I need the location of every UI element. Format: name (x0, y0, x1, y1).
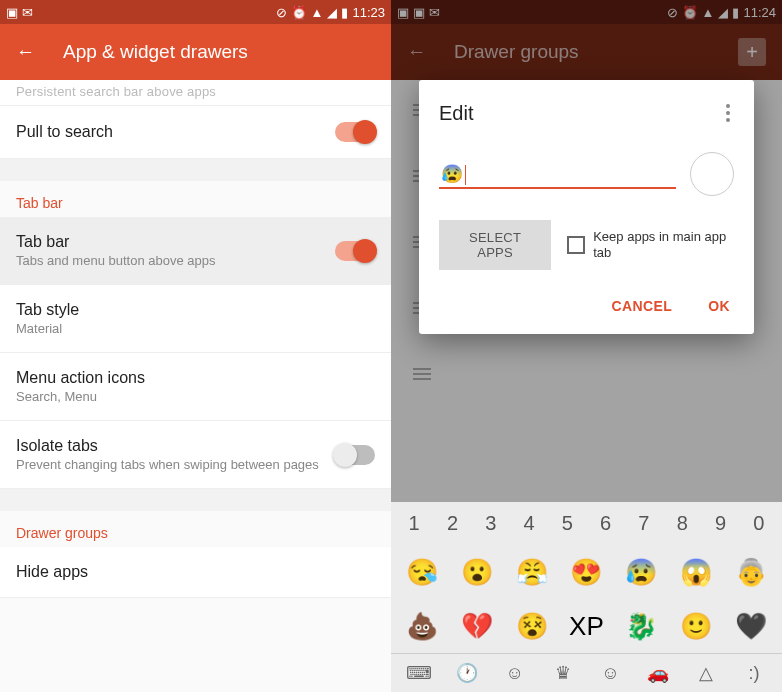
section-gap (0, 489, 391, 511)
keyboard-number-row: 1234567890 (391, 502, 782, 545)
alarm-icon: ⏰ (291, 5, 307, 20)
keyboard-key[interactable]: 😱 (677, 551, 715, 593)
section-gap (0, 159, 391, 181)
overflow-menu-icon[interactable] (722, 100, 734, 126)
keyboard-key[interactable]: 🕐 (448, 662, 486, 684)
keyboard-key[interactable]: 3 (485, 512, 496, 535)
keyboard-key[interactable]: 4 (523, 512, 534, 535)
section-header-drawer-groups: Drawer groups (0, 511, 391, 547)
keyboard-key[interactable]: 🖤 (732, 605, 770, 647)
keyboard-key[interactable]: 😪 (403, 551, 441, 593)
group-name-input[interactable]: 😰 (439, 159, 676, 189)
keyboard-key[interactable]: ☺ (591, 663, 629, 684)
keyboard-key[interactable]: 😤 (513, 551, 551, 593)
page-title: App & widget drawers (63, 41, 375, 63)
keyboard-key[interactable]: 🙂 (677, 605, 715, 647)
clock-text: 11:23 (352, 5, 385, 20)
cancel-button[interactable]: CANCEL (607, 290, 676, 322)
battery-icon: ▮ (341, 5, 348, 20)
keep-apps-checkbox[interactable]: Keep apps in main app tab (567, 229, 734, 260)
keyboard-key[interactable]: 😰 (622, 551, 660, 593)
setting-title: Tab bar (16, 233, 335, 251)
switch-isolate-tabs[interactable] (335, 445, 375, 465)
notification-icon: ✉ (22, 5, 33, 20)
section-header-tab-bar: Tab bar (0, 181, 391, 217)
keyboard-key[interactable]: 😵 (513, 605, 551, 647)
no-sign-icon: ⊘ (276, 5, 287, 20)
checkbox-label: Keep apps in main app tab (593, 229, 734, 260)
setting-title: Pull to search (16, 123, 335, 141)
status-bar: ▣ ✉ ⊘ ⏰ ▲ ◢ ▮ 11:23 (0, 0, 391, 24)
keyboard-key[interactable]: 🐉 (622, 605, 660, 647)
switch-pull-to-search[interactable] (335, 122, 375, 142)
back-icon[interactable]: ← (16, 41, 35, 63)
keyboard-key[interactable]: 🚗 (639, 662, 677, 684)
keyboard-bottom-bar: ⌨🕐☺♛☺🚗△:) (391, 653, 782, 692)
setting-row-cutoff[interactable]: Persistent search bar above apps (0, 80, 391, 106)
keyboard-key[interactable]: 7 (638, 512, 649, 535)
setting-title: Menu action icons (16, 369, 375, 387)
ok-button[interactable]: OK (704, 290, 734, 322)
setting-title: Isolate tabs (16, 437, 335, 455)
keyboard-key[interactable]: 8 (677, 512, 688, 535)
keyboard-key[interactable]: 💔 (458, 605, 496, 647)
keyboard-key[interactable]: 😮 (458, 551, 496, 593)
setting-subtitle: Tabs and menu button above apps (16, 253, 335, 268)
keyboard-key[interactable]: ☺ (496, 663, 534, 684)
setting-tab-style[interactable]: Tab style Material (0, 285, 391, 353)
keyboard-key[interactable]: ♛ (544, 662, 582, 684)
setting-isolate-tabs[interactable]: Isolate tabs Prevent changing tabs when … (0, 421, 391, 489)
keyboard-key[interactable]: 6 (600, 512, 611, 535)
dialog-title: Edit (439, 102, 473, 125)
input-emoji: 😰 (441, 164, 463, 184)
keyboard-key[interactable]: XP (567, 605, 605, 647)
setting-tab-bar[interactable]: Tab bar Tabs and menu button above apps (0, 217, 391, 285)
wifi-icon: ▲ (311, 5, 324, 20)
setting-subtitle: Search, Menu (16, 389, 375, 404)
setting-title: Tab style (16, 301, 375, 319)
keyboard-emoji-row: 💩💔😵XP🐉🙂🖤 (391, 599, 782, 653)
keyboard-key[interactable]: 9 (715, 512, 726, 535)
keyboard-key[interactable]: :) (735, 663, 773, 684)
emoji-keyboard: 1234567890 😪😮😤😍😰😱👵 💩💔😵XP🐉🙂🖤 ⌨🕐☺♛☺🚗△:) (391, 502, 782, 692)
icon-preview-circle[interactable] (690, 152, 734, 196)
keyboard-key[interactable]: 2 (447, 512, 458, 535)
keyboard-key[interactable]: 💩 (403, 605, 441, 647)
app-bar: ← App & widget drawers (0, 24, 391, 80)
switch-tab-bar[interactable] (335, 241, 375, 261)
keyboard-key[interactable]: ⌨ (400, 662, 438, 684)
keyboard-key[interactable]: 0 (753, 512, 764, 535)
setting-pull-to-search[interactable]: Pull to search (0, 106, 391, 159)
setting-title: Hide apps (16, 563, 375, 581)
edit-dialog: Edit 😰 SELECT APPS Keep apps in main app… (419, 80, 754, 334)
screen-settings: ▣ ✉ ⊘ ⏰ ▲ ◢ ▮ 11:23 ← App & widget drawe… (0, 0, 391, 692)
keyboard-emoji-row: 😪😮😤😍😰😱👵 (391, 545, 782, 599)
keyboard-key[interactable]: 😍 (567, 551, 605, 593)
setting-subtitle: Prevent changing tabs when swiping betwe… (16, 457, 335, 472)
keyboard-key[interactable]: △ (687, 662, 725, 684)
keyboard-key[interactable]: 👵 (732, 551, 770, 593)
keyboard-key[interactable]: 5 (562, 512, 573, 535)
setting-hide-apps[interactable]: Hide apps (0, 547, 391, 598)
signal-icon: ◢ (327, 5, 337, 20)
select-apps-button[interactable]: SELECT APPS (439, 220, 551, 270)
setting-subtitle: Material (16, 321, 375, 336)
notification-icon: ▣ (6, 5, 18, 20)
checkbox-icon (567, 236, 585, 254)
setting-menu-action-icons[interactable]: Menu action icons Search, Menu (0, 353, 391, 421)
keyboard-key[interactable]: 1 (409, 512, 420, 535)
screen-drawer-groups: ▣ ▣ ✉ ⊘ ⏰ ▲ ◢ ▮ 11:24 ← Drawer groups + … (391, 0, 782, 692)
